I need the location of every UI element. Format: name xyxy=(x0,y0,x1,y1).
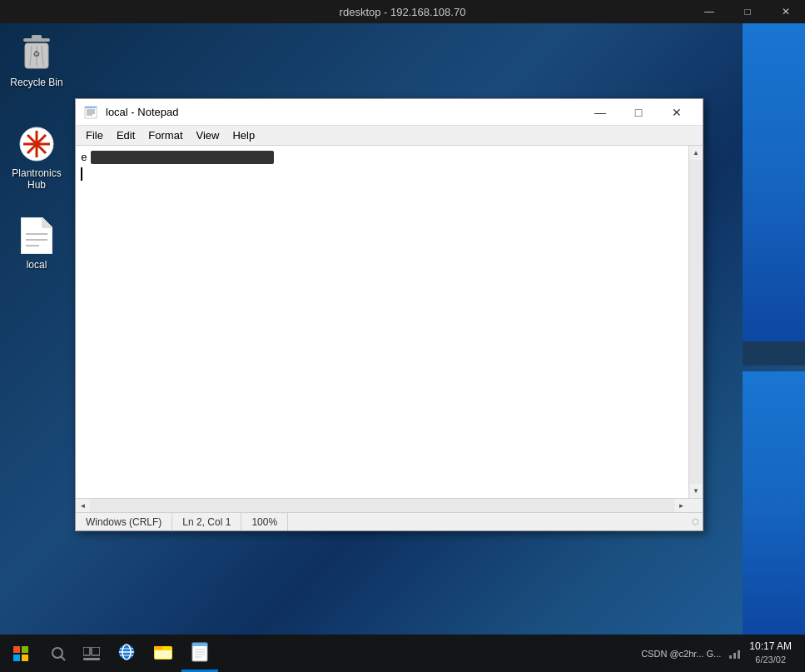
svg-rect-1 xyxy=(32,35,42,39)
notepad-statusbar: Windows (CRLF) Ln 2, Col 1 100% ⬡ xyxy=(76,512,703,530)
rdesktop-controls: — □ ✕ xyxy=(690,0,805,23)
svg-rect-23 xyxy=(85,107,97,108)
notepad-hscrollbar[interactable]: ◄ ► xyxy=(76,498,703,512)
svg-rect-49 xyxy=(738,650,740,659)
rdesktop-minimize[interactable]: — xyxy=(690,0,728,23)
recycle-bin-label: Recycle Bin xyxy=(10,77,62,88)
desktop: rdesktop - 192.168.108.70 — □ ✕ ♻ xyxy=(0,0,805,672)
notepad-minimize-btn[interactable]: — xyxy=(581,99,619,126)
desktop-icon-plantronics[interactable]: Plantronics Hub xyxy=(3,121,70,195)
notepad-content-area: e ▲ ▼ xyxy=(76,146,703,498)
scroll-left-btn[interactable]: ◄ xyxy=(76,499,90,513)
rdesktop-maximize[interactable]: □ xyxy=(728,0,767,23)
notepad-window: local - Notepad — □ ✕ File Edit Format V… xyxy=(75,98,703,531)
notepad-menubar: File Edit Format View Help xyxy=(76,126,703,146)
svg-rect-48 xyxy=(733,653,736,659)
menu-file[interactable]: File xyxy=(79,127,110,143)
taskbar-notepad[interactable] xyxy=(181,635,218,672)
scroll-right-btn[interactable]: ► xyxy=(674,499,688,513)
notepad-text-content[interactable]: e xyxy=(76,146,688,498)
search-button[interactable] xyxy=(42,635,75,672)
scroll-track-h[interactable] xyxy=(90,499,674,513)
svg-marker-13 xyxy=(42,217,52,227)
svg-rect-40 xyxy=(155,650,171,659)
scroll-corner xyxy=(688,499,703,513)
taskbar: CSDN @c2hr... G... 10:17 AM 6/23/02 xyxy=(0,635,805,672)
desktop-icon-recycle-bin[interactable]: ♻ Recycle Bin xyxy=(3,30,70,92)
taskbar-explorer[interactable] xyxy=(145,635,181,672)
svg-rect-24 xyxy=(13,646,20,653)
notepad-close-btn[interactable]: ✕ xyxy=(658,99,696,126)
position-text: Ln 2, Col 1 xyxy=(182,516,231,528)
status-encoding: Windows (CRLF) xyxy=(76,513,172,530)
win-blue-top xyxy=(743,23,805,341)
clock-time: 10:17 AM xyxy=(749,640,792,654)
taskbar-clock[interactable]: 10:17 AM 6/23/02 xyxy=(743,636,798,670)
tray-icons[interactable] xyxy=(726,645,743,662)
task-view-icon xyxy=(83,647,100,660)
win-gap xyxy=(743,341,805,366)
svg-rect-27 xyxy=(22,655,28,661)
win-blue-bottom xyxy=(743,371,805,635)
clock-date: 6/23/02 xyxy=(749,654,792,666)
svg-rect-25 xyxy=(22,646,28,653)
menu-help[interactable]: Help xyxy=(226,127,261,143)
menu-view[interactable]: View xyxy=(190,127,226,143)
content-line-1: e xyxy=(81,149,683,166)
notepad-title: local - Notepad xyxy=(106,106,581,118)
line-prefix: e xyxy=(81,152,87,164)
svg-rect-42 xyxy=(192,643,207,646)
resize-grip[interactable]: ⬡ xyxy=(689,515,703,529)
local-label: local xyxy=(27,259,47,271)
svg-rect-17 xyxy=(85,107,97,118)
svg-line-29 xyxy=(62,656,66,660)
explorer-icon xyxy=(153,642,173,662)
scroll-up-btn[interactable]: ▲ xyxy=(689,146,703,160)
svg-rect-26 xyxy=(13,655,20,661)
notepad-titlebar: local - Notepad — □ ✕ xyxy=(76,99,703,126)
plantronics-icon xyxy=(17,124,57,164)
svg-rect-32 xyxy=(83,658,100,660)
notepad-icon xyxy=(190,642,210,662)
cursor-indicator xyxy=(81,167,82,181)
start-icon xyxy=(13,646,28,661)
menu-edit[interactable]: Edit xyxy=(110,127,142,143)
search-icon xyxy=(51,646,66,661)
scroll-track-v[interactable] xyxy=(689,160,703,484)
rdesktop-titlebar: rdesktop - 192.168.108.70 — □ ✕ xyxy=(0,0,805,23)
notepad-vscrollbar[interactable]: ▲ ▼ xyxy=(688,146,703,498)
start-button[interactable] xyxy=(0,635,42,672)
notepad-controls: — □ ✕ xyxy=(581,99,696,126)
win-decoration xyxy=(722,23,805,635)
menu-format[interactable]: Format xyxy=(142,127,189,143)
tray-text: CSDN @c2hr... G... xyxy=(636,649,726,659)
ie-icon xyxy=(117,642,137,662)
rdesktop-title: rdesktop - 192.168.108.70 xyxy=(0,6,805,18)
status-zoom: 100% xyxy=(241,513,288,530)
svg-rect-31 xyxy=(92,647,100,655)
zoom-text: 100% xyxy=(251,516,277,528)
svg-rect-47 xyxy=(729,655,732,659)
status-position: Ln 2, Col 1 xyxy=(172,513,241,530)
svg-text:♻: ♻ xyxy=(32,48,41,58)
svg-point-28 xyxy=(52,648,62,658)
taskbar-tray: CSDN @c2hr... G... 10:17 AM 6/23/02 xyxy=(636,635,805,672)
svg-rect-39 xyxy=(154,646,162,650)
scroll-down-btn[interactable]: ▼ xyxy=(689,484,703,498)
rdesktop-close[interactable]: ✕ xyxy=(767,0,805,23)
desktop-icon-local[interactable]: local xyxy=(3,212,70,274)
svg-rect-30 xyxy=(83,647,90,655)
taskbar-items xyxy=(108,635,636,672)
tray-spacer xyxy=(798,635,805,672)
notepad-maximize-btn[interactable]: □ xyxy=(619,99,658,126)
plantronics-label: Plantronics Hub xyxy=(7,167,67,192)
recycle-bin-icon: ♻ xyxy=(17,33,57,73)
notepad-app-icon xyxy=(82,104,99,121)
notepad-body: e ▲ ▼ ◄ ► xyxy=(76,146,703,512)
local-file-icon xyxy=(17,216,57,256)
taskbar-ie[interactable] xyxy=(108,635,145,672)
network-icon xyxy=(728,647,741,660)
task-view-button[interactable] xyxy=(75,635,108,672)
encoding-text: Windows (CRLF) xyxy=(86,516,161,528)
content-line-2 xyxy=(81,166,683,182)
